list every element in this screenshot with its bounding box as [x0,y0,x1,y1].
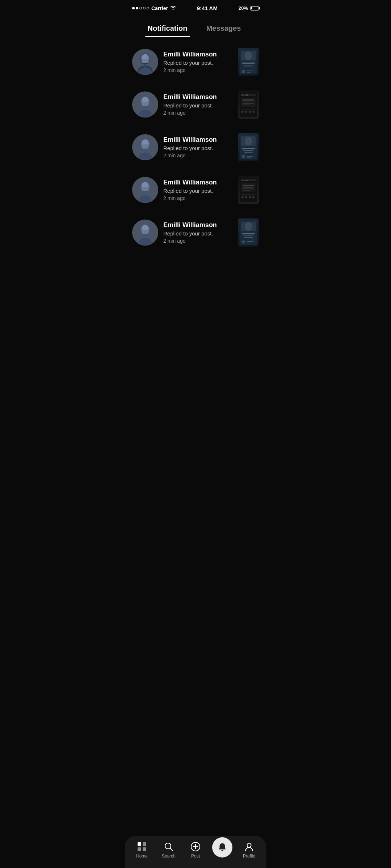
battery-indicator [250,6,259,10]
svg-point-66 [249,196,251,198]
post-thumbnail [238,48,259,76]
signal-dot-4 [143,7,146,9]
signal-dot-1 [132,7,135,9]
notification-item[interactable]: Emilli Williamson Replied to your post. … [125,126,266,169]
svg-point-32 [245,111,247,113]
svg-rect-80 [247,241,253,242]
svg-rect-14 [247,71,253,71]
thumb-inner [238,218,259,247]
svg-rect-56 [241,180,244,181]
post-thumbnail [238,176,259,204]
notif-action: Replied to your post. [163,60,233,66]
wifi-icon [170,5,176,11]
svg-rect-44 [243,150,253,151]
notif-name: Emilli Williamson [163,93,233,101]
svg-rect-38 [142,144,149,148]
tab-messages[interactable]: Messages [196,21,252,37]
svg-rect-28 [243,103,254,104]
thumb-inner [238,133,259,161]
svg-point-65 [245,196,247,198]
battery-fill [251,7,252,9]
avatar [132,134,158,160]
battery-percent: 20% [239,5,248,11]
svg-point-9 [245,51,252,60]
svg-rect-13 [242,70,245,73]
notif-time: 2 min ago [163,195,233,201]
thumb-inner [238,176,259,204]
notif-action: Replied to your post. [163,102,233,109]
status-right: 20% [239,5,259,11]
svg-point-33 [249,111,251,113]
notif-action: Replied to your post. [163,230,233,237]
svg-point-31 [241,111,244,113]
avatar [132,220,158,246]
thumb-inner [238,48,259,76]
notif-name: Emilli Williamson [163,136,233,144]
post-thumbnail [238,133,259,161]
notification-item[interactable]: Emilli Williamson Replied to your post. … [125,83,266,126]
svg-rect-24 [245,94,248,96]
svg-rect-23 [241,94,244,96]
svg-rect-57 [245,180,248,181]
svg-rect-11 [243,65,253,65]
svg-point-34 [252,111,255,113]
notification-item[interactable]: Emilli Williamson Replied to your post. … [125,211,266,254]
svg-rect-60 [243,187,253,188]
svg-rect-62 [243,190,250,191]
svg-point-67 [252,196,255,198]
svg-rect-15 [247,72,251,73]
notif-time: 2 min ago [163,153,233,158]
svg-rect-47 [247,156,253,157]
notification-item[interactable]: Emilli Williamson Replied to your post. … [125,169,266,211]
thumb-inner [238,90,259,119]
svg-rect-10 [242,63,255,64]
avatar [132,92,158,118]
signal-dot-3 [139,7,142,9]
svg-rect-19 [142,102,149,106]
notification-content: Emilli Williamson Replied to your post. … [163,179,233,201]
notification-item[interactable]: Emilli Williamson Replied to your post. … [125,41,266,83]
svg-rect-48 [247,157,251,158]
svg-point-64 [241,196,244,198]
signal-dots [132,7,149,9]
avatar [132,177,158,203]
carrier-label: Carrier [151,5,168,11]
notif-time: 2 min ago [163,238,233,244]
signal-dot-5 [147,7,149,9]
svg-rect-52 [142,187,149,191]
notif-name: Emilli Williamson [163,179,233,186]
notification-content: Emilli Williamson Replied to your post. … [163,221,233,244]
notification-content: Emilli Williamson Replied to your post. … [163,136,233,158]
status-bar: Carrier 9:41 AM 20% [125,0,266,13]
post-thumbnail [238,90,259,119]
tab-notification[interactable]: Notification [139,21,196,37]
battery-bar [250,6,259,10]
tabs-container: Notification Messages [125,13,266,37]
avatar [132,49,158,75]
notifications-list: Emilli Williamson Replied to your post. … [125,37,266,258]
svg-point-75 [245,222,252,231]
notif-time: 2 min ago [163,67,233,73]
svg-rect-71 [142,230,149,234]
notif-name: Emilli Williamson [163,51,233,58]
svg-rect-61 [243,188,254,189]
svg-rect-77 [243,235,253,236]
svg-rect-46 [242,155,245,158]
svg-rect-26 [243,99,254,101]
svg-rect-63 [241,194,256,195]
svg-rect-81 [247,243,251,243]
svg-rect-27 [243,102,253,102]
status-left: Carrier [132,5,176,11]
svg-rect-30 [241,109,256,110]
notif-action: Replied to your post. [163,145,233,151]
post-thumbnail [238,218,259,247]
svg-rect-59 [243,185,254,186]
svg-rect-12 [244,67,253,67]
status-time: 9:41 AM [197,5,218,11]
svg-rect-43 [242,148,255,149]
svg-rect-76 [242,233,255,234]
svg-rect-78 [244,237,253,238]
svg-rect-29 [243,105,250,105]
svg-rect-5 [142,59,149,63]
notification-content: Emilli Williamson Replied to your post. … [163,51,233,73]
